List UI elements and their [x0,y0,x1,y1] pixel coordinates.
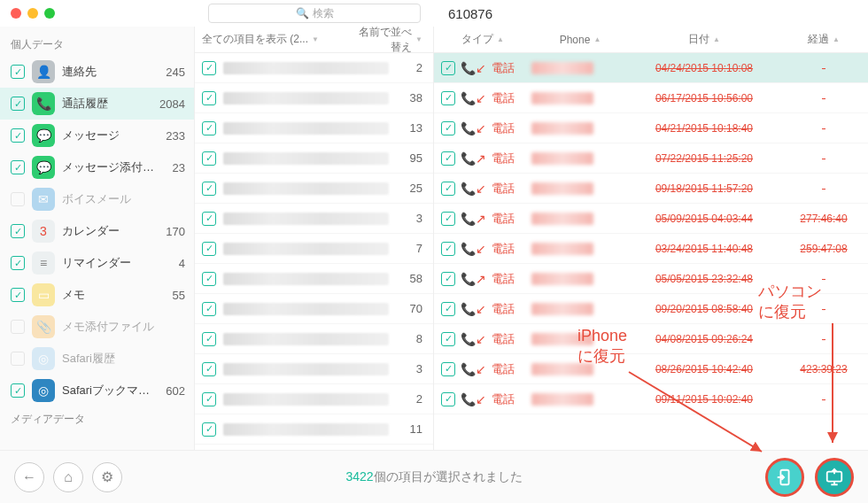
call-row[interactable]: ✓📞↙電話 09/11/2015 10:02:40 - [434,384,868,414]
checkbox[interactable]: ✓ [202,242,216,256]
call-row[interactable]: ✓📞↙電話 03/24/2015 11:40:48 259:47:08 [434,234,868,264]
call-row[interactable]: ✓📞↗電話 05/05/2015 23:32:48 - [434,264,868,294]
list-item[interactable]: ✓7 [195,234,433,264]
col-date[interactable]: 日付▲ [629,32,779,47]
item-count: 2 [396,61,422,74]
home-button[interactable]: ⌂ [53,462,83,492]
checkbox[interactable]: ✓ [441,362,455,376]
call-row[interactable]: ✓📞↙電話 06/17/2015 10:56:00 - [434,83,868,113]
checkbox[interactable]: ✓ [202,212,216,226]
close-window[interactable] [11,8,21,19]
checkbox[interactable]: ✓ [202,362,216,376]
call-row[interactable]: ✓📞↙電話 08/26/2015 10:42:40 423:39:23 [434,354,868,384]
list-item[interactable]: ✓70 [195,294,433,324]
checkbox[interactable]: ✓ [11,192,25,206]
settings-button[interactable]: ⚙ [92,462,122,492]
checkbox[interactable]: ✓ [441,182,455,196]
checkbox[interactable]: ✓ [441,121,455,135]
call-direction-icon: 📞↙ [461,91,486,105]
sidebar-item[interactable]: ✓ ▭ メモ 55 [0,279,194,311]
sidebar-item[interactable]: ✓ 📎 メモ添付ファイル [0,311,194,343]
checkbox[interactable]: ✓ [11,320,25,334]
checkbox[interactable]: ✓ [11,160,25,174]
list-item[interactable]: ✓8 [195,324,433,354]
col-type[interactable]: タイプ▲ [434,32,531,47]
call-row[interactable]: ✓📞↙電話 09/18/2015 11:57:20 - [434,174,868,204]
checkbox[interactable]: ✓ [202,182,216,196]
list-item[interactable]: ✓25 [195,174,433,204]
checkbox[interactable]: ✓ [202,392,216,406]
list-item[interactable]: ✓11 [195,414,433,445]
call-row[interactable]: ✓📞↙電話 04/21/2015 10:18:40 - [434,113,868,143]
checkbox[interactable]: ✓ [202,121,216,135]
list-item[interactable]: ✓38 [195,83,433,113]
col-duration[interactable]: 経過▲ [779,32,868,47]
checkbox[interactable]: ✓ [202,91,216,105]
zoom-window[interactable] [44,8,55,19]
list-item[interactable]: ✓58 [195,264,433,294]
checkbox[interactable]: ✓ [441,272,455,286]
blurred-name [223,182,389,195]
sidebar-label: 通話履歴 [62,96,152,112]
checkbox[interactable]: ✓ [202,61,216,75]
call-row[interactable]: ✓📞↙電話 04/24/2015 10:10:08 - [434,53,868,83]
checkbox[interactable]: ✓ [441,61,455,75]
call-duration: - [779,393,868,406]
item-count: 8 [396,332,422,345]
sidebar-item[interactable]: ✓ 👤 連絡先 245 [0,56,194,88]
sidebar-item[interactable]: ✓ ◎ Safari履歴 [0,343,194,375]
list-item[interactable]: ✓3 [195,204,433,234]
checkbox[interactable]: ✓ [202,422,216,437]
sidebar-label: メッセージ [62,128,159,143]
checkbox[interactable]: ✓ [441,242,455,256]
checkbox[interactable]: ✓ [11,97,25,111]
checkbox[interactable]: ✓ [202,332,216,346]
list-item[interactable]: ✓3 [195,354,433,384]
checkbox[interactable]: ✓ [202,151,216,166]
checkbox[interactable]: ✓ [441,332,455,346]
checkbox[interactable]: ✓ [11,65,25,79]
checkbox[interactable]: ✓ [11,128,25,143]
restore-to-computer-button[interactable] [815,458,854,497]
minimize-window[interactable] [27,8,38,19]
list-item[interactable]: ✓2 [195,53,433,83]
call-date: 06/17/2015 10:56:00 [629,92,779,104]
list-item[interactable]: ✓95 [195,143,433,174]
list-item[interactable]: ✓13 [195,113,433,143]
sidebar-item[interactable]: ✓ ≡ リマインダー 4 [0,247,194,279]
checkbox[interactable]: ✓ [441,151,455,166]
restore-to-iphone-button[interactable] [765,458,804,497]
checkbox[interactable]: ✓ [11,288,25,302]
sidebar-item[interactable]: ✓ 💬 メッセージ添付… 23 [0,151,194,183]
checkbox[interactable]: ✓ [11,383,25,398]
sidebar-item[interactable]: ✓ 3 カレンダー 170 [0,215,194,247]
filter-dropdown[interactable]: 全ての項目を表示 (2...▼ [195,32,353,47]
sidebar-item[interactable]: ✓ 📞 通話履歴 2084 [0,88,194,120]
call-row[interactable]: ✓📞↗電話 05/09/2015 04:03:44 277:46:40 [434,204,868,234]
sidebar-label: カレンダー [62,223,159,239]
col-phone[interactable]: Phone▲ [531,34,629,46]
sidebar-item[interactable]: ✓ 💬 メッセージ 233 [0,120,194,151]
item-count: 58 [396,272,422,285]
checkbox[interactable]: ✓ [11,256,25,270]
call-row[interactable]: ✓📞↗電話 07/22/2015 11:25:20 - [434,143,868,174]
checkbox[interactable]: ✓ [202,302,216,316]
back-button[interactable]: ← [14,462,44,492]
checkbox[interactable]: ✓ [441,302,455,316]
checkbox[interactable]: ✓ [11,352,25,366]
checkbox[interactable]: ✓ [441,212,455,226]
sidebar-item[interactable]: ✓ ◎ Safariブックマ… 602 [0,375,194,406]
sort-dropdown[interactable]: 名前で並べ替え▼ [353,27,433,55]
checkbox[interactable]: ✓ [441,392,455,406]
call-row[interactable]: ✓📞↙電話 09/20/2015 08:58:40 - [434,294,868,324]
call-row[interactable]: ✓📞↙電話 04/08/2015 09:26:24 - [434,324,868,354]
call-duration: - [779,62,868,74]
search-input[interactable]: 🔍 検索 [208,4,421,23]
category-icon: ◎ [32,347,55,370]
sidebar-item[interactable]: ✓ ✉ ボイスメール [0,183,194,215]
list-item[interactable]: ✓2 [195,384,433,414]
checkbox[interactable]: ✓ [11,224,25,238]
call-direction-icon: 📞↙ [461,182,486,196]
checkbox[interactable]: ✓ [441,91,455,105]
checkbox[interactable]: ✓ [202,272,216,286]
